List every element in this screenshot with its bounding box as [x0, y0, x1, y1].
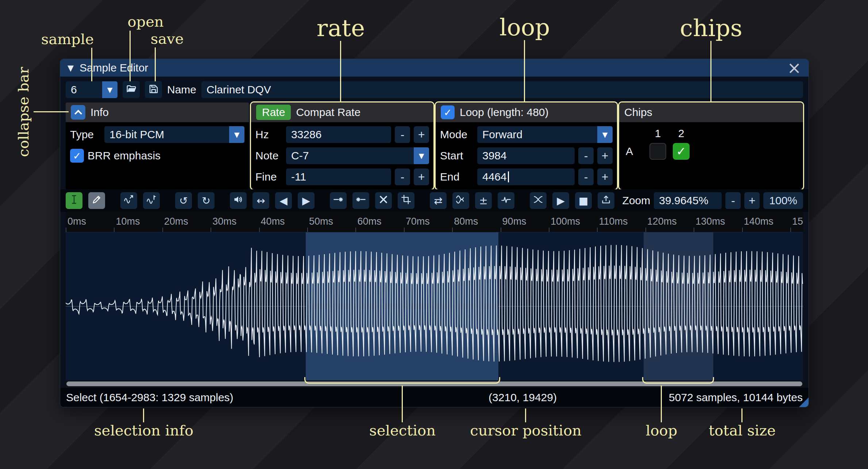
- annotation-sample: sample: [41, 31, 94, 47]
- loop-end-label: End: [440, 171, 474, 183]
- rate-badge[interactable]: Rate: [256, 105, 291, 120]
- zoom-reset-button[interactable]: 100%: [763, 192, 803, 209]
- timeline-tick: [694, 228, 694, 232]
- loop-start-label: Start: [440, 150, 474, 162]
- chevron-down-icon[interactable]: ▼: [597, 126, 613, 143]
- resize-grip[interactable]: [799, 398, 809, 407]
- make-wavetable-button[interactable]: [598, 192, 614, 209]
- panels-row: Info Type 16-bit PCM ▼ ✓ BRR emphasis: [60, 102, 809, 189]
- timeline-tick: [307, 228, 308, 232]
- zoom-in-button[interactable]: +: [744, 192, 760, 209]
- amplify-button[interactable]: [230, 192, 247, 209]
- hz-input[interactable]: 33286: [286, 126, 391, 143]
- zoom-out-button[interactable]: -: [725, 192, 741, 209]
- loop-start-input[interactable]: 3984: [477, 147, 575, 164]
- brr-emphasis-checkbox[interactable]: ✓: [70, 149, 84, 163]
- chevron-down-icon[interactable]: ▼: [414, 147, 429, 164]
- annotation-line-save: [155, 47, 156, 81]
- chips-panel-title: Chips: [624, 106, 652, 119]
- fade-out-button[interactable]: ▶: [298, 192, 315, 209]
- cursor-position-text: (3210, 19429): [489, 391, 557, 404]
- close-icon[interactable]: ×: [787, 59, 801, 76]
- trim-button[interactable]: [398, 192, 414, 209]
- loop-mode-dropdown[interactable]: Forward ▼: [477, 126, 613, 143]
- window-collapse-icon[interactable]: ▼: [67, 63, 74, 73]
- reverse-button[interactable]: ⇄: [430, 192, 447, 209]
- loop-start-plus-button[interactable]: +: [597, 147, 613, 164]
- chip-a1-checkbox[interactable]: [649, 143, 666, 160]
- select-mode-button[interactable]: [66, 192, 82, 209]
- timeline-tick: [259, 228, 260, 232]
- page-background: ▼ Sample Editor × 6 ▼ Name Clarinet DQV: [0, 0, 868, 469]
- fine-plus-button[interactable]: +: [414, 168, 429, 185]
- loop-end-input[interactable]: 4464: [477, 168, 575, 185]
- hz-minus-button[interactable]: -: [395, 126, 410, 143]
- chip-a2-checkbox[interactable]: ✓: [673, 143, 690, 160]
- loop-enable-checkbox[interactable]: ✓: [441, 105, 455, 119]
- sample-selector[interactable]: 6 ▼: [66, 81, 117, 98]
- crossfade-button[interactable]: [530, 192, 547, 209]
- text-caret: [508, 171, 509, 182]
- pencil-icon: [92, 194, 102, 207]
- redo-icon: ↻: [202, 195, 210, 207]
- zoom-input[interactable]: 39.9645%: [654, 192, 722, 209]
- normalize-button[interactable]: ↔: [252, 192, 269, 209]
- star-line-icon: [356, 194, 366, 207]
- loop-end-minus-button[interactable]: -: [578, 168, 594, 185]
- resample-button[interactable]: [143, 192, 160, 209]
- annotation-loop-bottom: loop: [646, 422, 678, 439]
- chevron-down-icon[interactable]: ▼: [102, 81, 117, 98]
- titlebar[interactable]: ▼ Sample Editor ×: [60, 59, 809, 77]
- zoom-value: 39.9645%: [659, 194, 708, 207]
- loop-start-value: 3984: [482, 150, 507, 162]
- name-input[interactable]: Clarinet DQV: [201, 81, 803, 98]
- timeline-tick: [355, 228, 356, 232]
- save-button[interactable]: [145, 81, 162, 98]
- mode-label: Mode: [440, 128, 474, 141]
- preview-play-button[interactable]: ▶: [552, 192, 569, 209]
- loop-end-plus-button[interactable]: +: [597, 168, 613, 185]
- apply-silence-button[interactable]: [352, 192, 369, 209]
- resize-button[interactable]: [120, 192, 137, 209]
- filter-button[interactable]: [498, 192, 514, 209]
- loop-end-value: 4464: [482, 171, 507, 183]
- chevron-up-icon: [74, 110, 82, 117]
- brr-emphasis-label: BRR emphasis: [88, 150, 161, 162]
- undo-icon: ↺: [179, 195, 188, 207]
- annotation-line-rate: [340, 41, 341, 102]
- annotation-selection: selection: [369, 422, 436, 439]
- loop-start-minus-button[interactable]: -: [578, 147, 594, 164]
- timeline-label: 100ms: [551, 216, 580, 227]
- annotation-selection-info: selection info: [94, 422, 193, 439]
- fine-minus-button[interactable]: -: [395, 168, 410, 185]
- draw-mode-button[interactable]: [88, 192, 105, 209]
- redo-button[interactable]: ↻: [198, 192, 215, 209]
- annotation-chips: chips: [680, 15, 742, 42]
- note-label: Note: [255, 150, 282, 162]
- timeline-tick: [162, 228, 163, 232]
- sample-type-value: 16-bit PCM: [104, 126, 229, 143]
- note-dropdown[interactable]: C-7 ▼: [286, 147, 429, 164]
- undo-button[interactable]: ↺: [175, 192, 192, 209]
- delete-button[interactable]: [375, 192, 392, 209]
- plus-minus-icon: ±: [479, 195, 487, 207]
- sample-type-dropdown[interactable]: 16-bit PCM ▼: [104, 126, 244, 143]
- chips-panel: Chips 1 2 A ✓: [619, 102, 803, 189]
- info-collapse-button[interactable]: [71, 105, 85, 120]
- chevron-down-icon[interactable]: ▼: [229, 126, 244, 143]
- timeline-label: 10ms: [116, 216, 140, 227]
- waveform-area[interactable]: [66, 232, 803, 380]
- open-button[interactable]: [123, 81, 140, 98]
- chip-row-a-label: A: [626, 145, 646, 158]
- sign-invert-button[interactable]: ±: [475, 192, 492, 209]
- timeline-label: 60ms: [357, 216, 381, 227]
- preview-stop-button[interactable]: ■: [575, 192, 592, 209]
- hz-plus-button[interactable]: +: [414, 126, 429, 143]
- fine-input[interactable]: -11: [286, 168, 391, 185]
- insert-silence-button[interactable]: [330, 192, 347, 209]
- fade-in-button[interactable]: ◀: [275, 192, 292, 209]
- annotation-line-loop-bottom: [661, 385, 662, 422]
- timeline-label: 90ms: [502, 216, 526, 227]
- note-value: C-7: [286, 147, 414, 164]
- invert-button[interactable]: [452, 192, 469, 209]
